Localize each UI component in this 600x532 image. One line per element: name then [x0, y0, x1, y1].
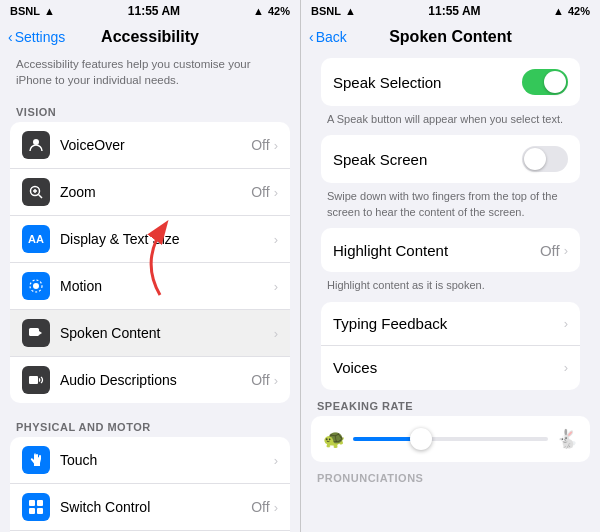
speak-screen-label: Speak Screen [333, 151, 522, 168]
vision-list: VoiceOver Off › Zoom Off › [10, 122, 290, 403]
highlight-content-chevron: › [564, 243, 568, 258]
switch-control-icon [22, 493, 50, 521]
audio-desc-value: Off [251, 372, 269, 388]
left-panel: BSNL ▲ 11:55 AM ▲ 42% ‹ Settings Accessi… [0, 0, 300, 532]
voiceover-item[interactable]: VoiceOver Off › [10, 122, 290, 169]
speak-screen-toggle[interactable] [522, 146, 568, 172]
section-vision-header: VISION [0, 96, 300, 122]
speaking-rate-label: SPEAKING RATE [301, 392, 600, 416]
svg-rect-8 [29, 376, 38, 384]
fast-rate-icon: 🐇 [556, 428, 578, 450]
left-scroll: Accessibility features help you customis… [0, 50, 300, 532]
motion-item[interactable]: Motion › [10, 263, 290, 310]
right-signal-icon: ▲ [553, 5, 564, 17]
right-nav-title: Spoken Content [389, 28, 512, 46]
svg-rect-10 [37, 500, 43, 506]
display-text-size-icon: AA [22, 225, 50, 253]
rate-slider-track[interactable] [353, 437, 548, 441]
display-text-size-item[interactable]: AA Display & Text Size › [10, 216, 290, 263]
speak-selection-desc: A Speak button will appear when you sele… [311, 108, 590, 135]
left-signal-icon: ▲ [253, 5, 264, 17]
motion-label: Motion [60, 278, 274, 294]
typing-voices-list: Typing Feedback › Voices › [321, 302, 580, 390]
touch-icon [22, 446, 50, 474]
spoken-content-icon [22, 319, 50, 347]
right-panel: BSNL ▲ 11:55 AM ▲ 42% ‹ Back Spoken Cont… [300, 0, 600, 532]
right-battery: 42% [568, 5, 590, 17]
voiceover-value: Off [251, 137, 269, 153]
left-carrier: BSNL [10, 5, 40, 17]
svg-rect-7 [29, 328, 39, 336]
typing-voices-group: Typing Feedback › Voices › [311, 302, 590, 390]
highlight-content-list: Highlight Content Off › [321, 228, 580, 272]
svg-rect-12 [37, 508, 43, 514]
audio-desc-chevron: › [274, 373, 278, 388]
right-back-label: Back [316, 29, 347, 45]
spoken-content-chevron: › [274, 326, 278, 341]
switch-control-chevron: › [274, 500, 278, 515]
typing-feedback-label: Typing Feedback [333, 315, 564, 332]
left-back-chevron: ‹ [8, 29, 13, 45]
display-text-size-chevron: › [274, 232, 278, 247]
left-nav-bar: ‹ Settings Accessibility [0, 22, 300, 50]
voiceover-chevron: › [274, 138, 278, 153]
speaking-rate-slider-container: 🐢 🐇 [311, 416, 590, 462]
right-wifi-icon: ▲ [345, 5, 356, 17]
speak-selection-item[interactable]: Speak Selection [321, 58, 580, 106]
speak-screen-item[interactable]: Speak Screen [321, 135, 580, 183]
highlight-content-label: Highlight Content [333, 242, 540, 259]
left-back-button[interactable]: ‹ Settings [8, 29, 65, 45]
highlight-content-group: Highlight Content Off › Highlight conten… [311, 228, 590, 301]
display-text-size-label: Display & Text Size [60, 231, 274, 247]
switch-control-value: Off [251, 499, 269, 515]
zoom-item[interactable]: Zoom Off › [10, 169, 290, 216]
touch-chevron: › [274, 453, 278, 468]
highlight-content-desc: Highlight content as it is spoken. [311, 274, 590, 301]
svg-rect-9 [29, 500, 35, 506]
speak-selection-toggle-thumb [544, 71, 566, 93]
voiceover-icon [22, 131, 50, 159]
right-back-chevron: ‹ [309, 29, 314, 45]
speak-selection-toggle[interactable] [522, 69, 568, 95]
rate-slider-thumb[interactable] [410, 428, 432, 450]
voices-chevron: › [564, 360, 568, 375]
speak-screen-list: Speak Screen [321, 135, 580, 183]
right-scroll: Speak Selection A Speak button will appe… [301, 50, 600, 532]
left-nav-title: Accessibility [101, 28, 199, 46]
svg-point-0 [33, 139, 39, 145]
right-back-button[interactable]: ‹ Back [309, 29, 347, 45]
zoom-label: Zoom [60, 184, 251, 200]
speak-selection-group: Speak Selection A Speak button will appe… [311, 58, 590, 135]
voices-label: Voices [333, 359, 564, 376]
voices-item[interactable]: Voices › [321, 346, 580, 390]
left-back-label: Settings [15, 29, 66, 45]
highlight-content-value: Off [540, 242, 560, 259]
speak-selection-list: Speak Selection [321, 58, 580, 106]
audio-desc-item[interactable]: Audio Descriptions Off › [10, 357, 290, 403]
left-battery: 42% [268, 5, 290, 17]
highlight-content-item[interactable]: Highlight Content Off › [321, 228, 580, 272]
speak-screen-group: Speak Screen Swipe down with two fingers… [311, 135, 590, 228]
right-status-bar: BSNL ▲ 11:55 AM ▲ 42% [301, 0, 600, 22]
switch-control-label: Switch Control [60, 499, 251, 515]
switch-control-item[interactable]: Switch Control Off › [10, 484, 290, 531]
physical-list: Touch › Switch Control Off › [10, 437, 290, 532]
svg-rect-11 [29, 508, 35, 514]
speak-screen-toggle-thumb [524, 148, 546, 170]
typing-feedback-chevron: › [564, 316, 568, 331]
svg-line-2 [39, 195, 43, 199]
left-status-right: ▲ 42% [253, 5, 290, 17]
left-time: 11:55 AM [128, 4, 180, 18]
motion-icon [22, 272, 50, 300]
right-nav-bar: ‹ Back Spoken Content [301, 22, 600, 50]
touch-item[interactable]: Touch › [10, 437, 290, 484]
right-status-left: BSNL ▲ [311, 5, 356, 17]
zoom-chevron: › [274, 185, 278, 200]
speak-selection-label: Speak Selection [333, 74, 522, 91]
right-status-right: ▲ 42% [553, 5, 590, 17]
spoken-content-item[interactable]: Spoken Content › [10, 310, 290, 357]
left-status-bar: BSNL ▲ 11:55 AM ▲ 42% [0, 0, 300, 22]
right-carrier: BSNL [311, 5, 341, 17]
typing-feedback-item[interactable]: Typing Feedback › [321, 302, 580, 346]
section-physical-header: PHYSICAL AND MOTOR [0, 411, 300, 437]
